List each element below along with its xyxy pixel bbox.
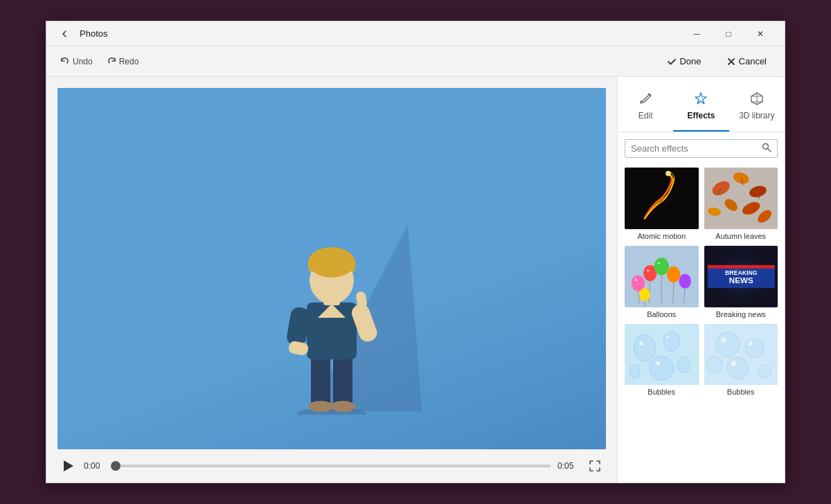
tab-edit-label: Edit [638,111,653,120]
toolbar-left: Undo Redo [55,54,144,69]
svg-line-17 [768,149,771,152]
video-controls: 0:00 0:05 [57,449,606,483]
vault-boy-character [276,235,387,415]
seek-thumb[interactable] [111,461,120,471]
effect-bubbles2[interactable]: Bubbles [704,324,778,397]
bubbles1-preview [625,324,699,386]
search-icon[interactable] [762,143,771,154]
video-container [57,88,606,449]
panel-tabs: Edit Effects [618,77,785,132]
breaking-news-preview: BREAKING NEWS [704,246,778,307]
svg-point-3 [308,401,333,412]
svg-point-62 [656,361,661,366]
3dlibrary-tab-icon [749,91,765,108]
svg-text:NEWS: NEWS [729,276,753,285]
svg-point-70 [748,341,752,345]
svg-point-43 [639,288,650,301]
effect-thumb-bubbles2 [704,324,778,386]
tab-edit[interactable]: Edit [618,77,673,132]
search-container [618,132,785,163]
effect-bubbles1[interactable]: Bubbles [625,324,699,397]
svg-point-61 [666,336,669,339]
svg-marker-15 [695,93,706,104]
svg-rect-1 [311,356,330,408]
effects-grid: Atomic motion [618,163,785,483]
svg-point-41 [679,273,690,288]
svg-point-19 [665,171,671,177]
effect-breaking-news-label: Breaking news [716,310,766,318]
autumn-leaves-preview [704,168,778,229]
window-title: Photos [80,28,107,39]
svg-rect-2 [333,356,352,408]
window-controls: ─ □ ✕ [681,21,776,46]
tab-3dlibrary-label: 3D library [739,111,774,120]
effect-balloons-label: Balloons [647,310,676,318]
cancel-button[interactable]: Cancel [717,53,776,70]
effects-row-2: Balloons [625,246,778,318]
toolbar: Undo Redo Done Cancel [46,46,785,77]
effect-bubbles1-label: Bubbles [647,388,675,396]
redo-icon [107,57,116,66]
effects-row-3: Bubbles [625,324,778,397]
svg-point-67 [758,364,771,377]
svg-point-65 [745,339,764,357]
svg-point-66 [726,357,748,379]
svg-point-59 [629,364,640,377]
effect-thumb-balloons [625,246,699,307]
svg-point-57 [650,356,674,380]
time-start: 0:00 [84,461,109,471]
undo-button[interactable]: Undo [55,54,98,69]
video-area: 0:00 0:05 [46,77,617,483]
svg-point-46 [647,269,650,271]
atomic-motion-preview [625,168,699,229]
back-icon [60,30,69,38]
title-bar: Photos ─ □ ✕ [46,21,785,46]
redo-label: Redo [119,57,139,66]
redo-button[interactable]: Redo [101,54,145,69]
svg-point-55 [634,334,656,361]
svg-point-45 [635,278,638,281]
effect-balloons[interactable]: Balloons [625,246,699,318]
title-bar-left: Photos [55,24,107,44]
effect-atomic-motion-label: Atomic motion [637,232,686,240]
svg-point-60 [639,341,643,345]
right-panel: Edit Effects [617,77,785,483]
svg-point-64 [715,332,740,357]
tab-effects[interactable]: Effects [673,77,729,132]
effect-thumb-breaking: BREAKING NEWS [704,246,778,307]
checkmark-icon [667,57,677,66]
effect-autumn-leaves[interactable]: Autumn leaves [704,168,778,240]
video-scene [57,88,606,449]
effect-breaking-news[interactable]: BREAKING NEWS Breaking news [704,246,778,318]
close-button[interactable]: ✕ [744,21,776,46]
svg-point-39 [667,267,680,282]
effect-bubbles2-label: Bubbles [727,388,755,396]
time-end: 0:05 [557,461,580,471]
effect-thumb-autumn [704,168,778,229]
bubbles2-preview [704,324,778,386]
svg-point-69 [721,337,726,343]
svg-point-47 [657,262,660,264]
tab-3dlibrary[interactable]: 3D library [729,77,785,132]
minimize-button[interactable]: ─ [681,21,713,46]
app-window: Photos ─ □ ✕ Undo Redo [46,21,785,483]
edit-tab-icon [638,91,653,108]
effect-thumb-bubbles1 [625,324,699,386]
fullscreen-button[interactable] [587,458,603,474]
svg-point-58 [677,357,690,372]
tab-effects-label: Effects [687,111,715,120]
done-button[interactable]: Done [657,53,711,70]
svg-rect-8 [288,341,310,357]
fullscreen-icon [589,460,600,471]
effects-row-1: Atomic motion [625,168,778,240]
back-button[interactable] [55,24,74,44]
play-button[interactable] [60,458,77,474]
effects-tab-icon [693,91,708,108]
undo-label: Undo [73,57,93,66]
maximize-button[interactable]: □ [713,21,744,46]
svg-rect-51 [707,265,774,269]
seek-bar[interactable] [116,465,551,467]
search-input[interactable] [631,143,758,154]
play-icon [64,460,73,471]
effect-atomic-motion[interactable]: Atomic motion [625,168,699,240]
